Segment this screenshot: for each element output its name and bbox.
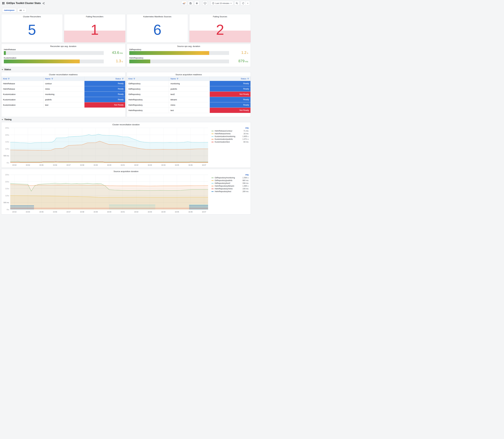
status-badge: Ready (85, 92, 125, 97)
gauge-label: HelmRelease (4, 48, 104, 51)
save-button[interactable] (188, 1, 193, 5)
svg-text:16:05: 16:05 (175, 164, 179, 166)
legend-item[interactable]: Kustomization/monitoring1.605 s (211, 135, 248, 138)
cell-status: Ready (210, 102, 251, 108)
series-name[interactable]: HelmRepository/minio (215, 188, 241, 190)
variable-value-namespace[interactable]: All (18, 8, 26, 12)
series-name[interactable]: Kustomization/monitoring (215, 135, 241, 137)
series-name[interactable]: HelmRelease/contour (215, 130, 242, 132)
chart-legend: avgHelmRelease/contour71 msHelmRelease/m… (210, 126, 251, 143)
svg-text:16:02: 16:02 (134, 211, 138, 213)
series-color-swatch (211, 189, 214, 189)
filter-icon[interactable] (122, 78, 124, 80)
series-name[interactable]: GitRepository/monitoring (215, 177, 241, 179)
series-name[interactable]: Kustomization/test (215, 141, 242, 143)
chart-legend: avgGitRepository/monitoring1.594 sGitRep… (210, 173, 251, 193)
gauge-value: 43.6ms (104, 51, 123, 55)
svg-text:2.5 s: 2.5 s (5, 127, 9, 129)
series-color-swatch (211, 131, 214, 131)
legend-item[interactable]: HelmRelease/contour71 ms (211, 130, 248, 132)
series-name[interactable]: HelmRepository/test (215, 190, 241, 193)
svg-text:15:55: 15:55 (39, 164, 44, 166)
zoom-out-button[interactable] (234, 1, 239, 5)
legend-item[interactable]: Kustomization/podinfo1.071 s (211, 138, 248, 141)
svg-text:2.5 s: 2.5 s (5, 174, 9, 176)
section-timing[interactable]: Timing (1, 118, 250, 121)
svg-text:16:07: 16:07 (202, 211, 206, 213)
panel-title: Source ops avg. duration (127, 44, 251, 48)
tv-mode-button[interactable] (202, 1, 208, 5)
legend-item[interactable]: HelmRelease/minio16 ms (211, 132, 248, 135)
cell-name: podinfo (169, 86, 210, 92)
column-header-status[interactable]: Status (210, 77, 251, 81)
series-name[interactable]: HelmRepository/bitnami (215, 185, 241, 187)
cell-kind: HelmRepository (127, 102, 169, 108)
svg-text:16:05: 16:05 (175, 211, 179, 213)
section-label: Timing (4, 118, 12, 121)
legend-item[interactable]: HelmRepository/minio108 ms (211, 187, 248, 190)
refresh-button[interactable] (241, 1, 246, 5)
filter-icon[interactable] (8, 78, 10, 80)
series-name[interactable]: GitRepository/test2 (215, 182, 241, 184)
refresh-interval-dropdown[interactable] (246, 1, 250, 5)
svg-text:1.5 s: 1.5 s (5, 188, 9, 190)
tables-row: Cluster reconciliation readinessKindName… (1, 72, 251, 117)
series-name[interactable]: HelmRelease/minio (215, 133, 242, 135)
cell-name: test (43, 102, 84, 108)
chart-panel: Source acquisition duration15:5315:5415:… (1, 169, 251, 214)
series-color-swatch (211, 139, 214, 139)
column-header-kind[interactable]: Kind (1, 77, 44, 81)
collapse-icon (1, 69, 3, 70)
legend-item[interactable]: HelmRepository/test289 ms (211, 190, 248, 193)
legend-item[interactable]: GitRepository/podinfo980 ms (211, 179, 248, 182)
svg-text:16:00: 16:00 (107, 211, 111, 213)
top-nav: GitOps Toolkit Cluster Stats Last 15 min… (0, 0, 252, 6)
legend-item[interactable]: GitRepository/monitoring1.594 s (211, 176, 248, 179)
svg-text:0 s: 0 s (7, 162, 9, 164)
cell-kind: HelmRepository (127, 108, 169, 113)
add-panel-button[interactable] (181, 1, 187, 5)
svg-text:16:06: 16:06 (188, 211, 193, 213)
timeseries-plot[interactable]: 15:5315:5415:5515:5615:5715:5815:5916:00… (1, 173, 210, 214)
time-picker-button[interactable]: Last 15 minutes (211, 1, 233, 5)
legend-item[interactable]: HelmRepository/bitnami1.695 s (211, 185, 248, 187)
column-header-name[interactable]: Name (43, 77, 84, 81)
svg-text:2.0 s: 2.0 s (5, 134, 9, 136)
stat-panel: Kubernetes Manifests Sources6 (127, 14, 188, 43)
column-header-kind[interactable]: Kind (127, 77, 169, 81)
svg-text:15:54: 15:54 (26, 211, 30, 213)
apps-icon[interactable] (2, 2, 5, 4)
gauge-row: HelmRelease43.6ms (4, 48, 123, 55)
time-range-label: Last 15 minutes (215, 2, 229, 4)
cell-kind: GitRepository (127, 81, 169, 86)
share-icon[interactable] (42, 2, 45, 4)
settings-button[interactable] (194, 1, 199, 5)
gauge-bar (4, 51, 6, 55)
svg-text:15:54: 15:54 (26, 164, 30, 166)
table-row: HelmReleasecontourReady (1, 81, 125, 86)
column-header-status[interactable]: Status (84, 77, 125, 81)
status-badge: Not Ready (210, 92, 250, 97)
variable-label-namespace[interactable]: namespace (2, 8, 16, 12)
section-status[interactable]: Status (1, 68, 250, 71)
stats-row: Cluster Reconcilers5Failing Reconcilers1… (1, 14, 251, 43)
legend-item[interactable]: Kustomization/test84 ms (211, 141, 248, 143)
series-color-swatch (211, 186, 214, 186)
filter-icon[interactable] (177, 78, 178, 80)
legend-item[interactable]: GitRepository/test2338 ms (211, 182, 248, 185)
filter-icon[interactable] (134, 78, 135, 80)
series-name[interactable]: GitRepository/podinfo (215, 179, 241, 182)
cell-kind: HelmRepository (127, 97, 169, 102)
series-name[interactable]: Kustomization/podinfo (215, 138, 241, 140)
column-header-name[interactable]: Name (169, 77, 210, 81)
filter-icon[interactable] (247, 78, 249, 80)
svg-text:15:56: 15:56 (53, 211, 57, 213)
filter-icon[interactable] (51, 78, 53, 80)
cell-status: Ready (210, 97, 251, 102)
timeseries-plot[interactable]: 15:5315:5415:5515:5615:5715:5815:5916:00… (1, 126, 210, 167)
table-panel: Source acquisition readinessKindNameStat… (127, 72, 251, 117)
cell-name: minio (169, 102, 210, 108)
legend-avg-header[interactable]: avg (211, 127, 248, 130)
status-badge: Ready (210, 97, 250, 102)
legend-avg-header[interactable]: avg (211, 173, 248, 176)
